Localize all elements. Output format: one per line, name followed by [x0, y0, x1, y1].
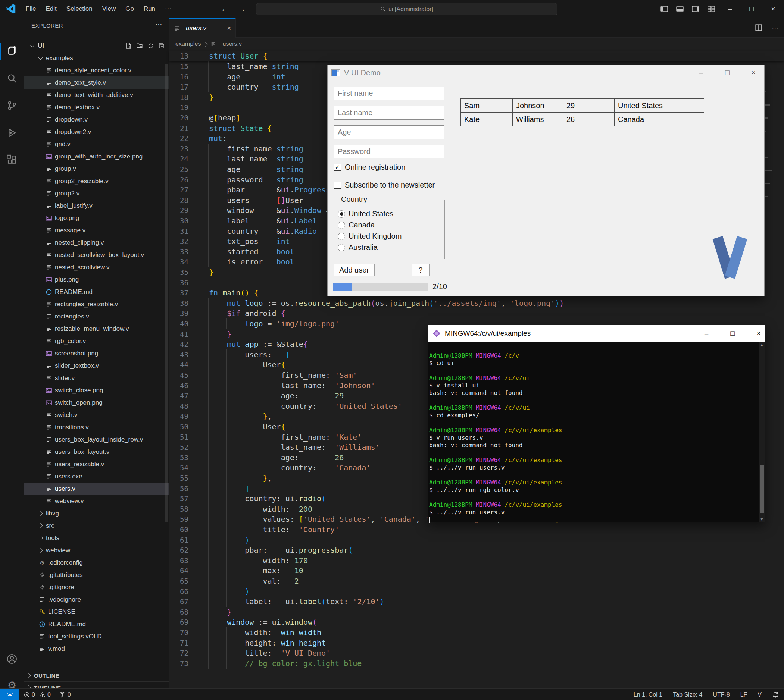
code-line-65[interactable]: 65 val: 2	[169, 576, 784, 586]
split-editor-icon[interactable]	[755, 24, 762, 31]
terminal-close-button[interactable]: ×	[748, 325, 769, 342]
radio-united-kingdom[interactable]: United Kingdom	[338, 232, 401, 240]
status-lf[interactable]: LF	[741, 692, 747, 698]
tree-item-resizable_menu_window.v[interactable]: resizable_menu_window.v	[24, 323, 169, 335]
tree-item-logo.png[interactable]: logo.png	[24, 212, 169, 224]
code-line-68[interactable]: 68 }	[169, 607, 784, 617]
demo-maximize-button[interactable]: □	[717, 65, 737, 80]
tree-folder-tools[interactable]: tools	[24, 532, 169, 544]
tree-item-users_box_layout.v[interactable]: users_box_layout.v	[24, 446, 169, 458]
code-line-71[interactable]: 71 height: win_height	[169, 638, 784, 648]
tree-item-users_resizable.v[interactable]: users_resizable.v	[24, 458, 169, 470]
tree-item-.gitattributes[interactable]: .gitattributes	[24, 569, 169, 581]
breadcrumb-folder[interactable]: examples	[176, 41, 201, 47]
add-user-button[interactable]: Add user	[334, 264, 374, 276]
radio-canada[interactable]: Canada	[338, 221, 374, 229]
editor-more-actions-icon[interactable]: ⋯	[772, 23, 779, 32]
menu-⋯[interactable]: ⋯	[160, 5, 176, 12]
radio-australia[interactable]: Australia	[338, 243, 378, 252]
terminal-output[interactable]: Admin@128BPM MINGW64 /c/v$ cd ui Admin@1…	[429, 342, 757, 533]
tree-item-webview.v[interactable]: webview.v	[24, 495, 169, 507]
scroll-up-icon[interactable]: ▲	[759, 342, 765, 348]
tree-item-.gitignore[interactable]: .gitignore	[24, 581, 169, 593]
ports-status[interactable]: 0	[59, 692, 71, 698]
code-line-70[interactable]: 70 width: win_width	[169, 627, 784, 638]
toggle-secondary-sidebar-icon[interactable]	[692, 6, 699, 12]
code-line-13[interactable]: 13struct User {	[169, 51, 784, 61]
refresh-icon[interactable]	[148, 43, 154, 49]
new-folder-icon[interactable]	[137, 43, 143, 49]
status-v[interactable]: V	[757, 692, 762, 698]
extensions-icon[interactable]	[0, 148, 24, 172]
code-line-39[interactable]: 39 $if android {	[169, 308, 784, 318]
code-line-64[interactable]: 64 max: 10	[169, 565, 784, 576]
checkbox-online-registration[interactable]: ✓Online registration	[334, 163, 405, 172]
tree-item-screenshot.png[interactable]: screenshot.png	[24, 347, 169, 360]
tree-item-group_with_auto_incr_size.png[interactable]: group_with_auto_incr_size.png	[24, 150, 169, 163]
tree-item-switch_close.png[interactable]: switch_close.png	[24, 384, 169, 397]
sidebar-scrollbar[interactable]	[165, 64, 168, 522]
menu-file[interactable]: File	[21, 5, 41, 12]
tree-item-users.exe[interactable]: users.exe	[24, 470, 169, 483]
section-timeline[interactable]: TIMELINE	[24, 682, 169, 688]
code-line-72[interactable]: 72 title: 'V UI Demo'	[169, 648, 784, 658]
last-name-input[interactable]: Last name	[334, 106, 445, 120]
age-input[interactable]: Age	[334, 125, 445, 139]
search-view-icon[interactable]	[0, 67, 24, 90]
problems-status[interactable]: 0 0	[24, 692, 51, 698]
demo-titlebar[interactable]: V UI Demo – □ ×	[328, 65, 764, 80]
customize-layout-icon[interactable]	[707, 6, 715, 12]
section-outline[interactable]: OUTLINE	[24, 669, 169, 682]
demo-close-button[interactable]: ×	[744, 65, 763, 80]
menu-view[interactable]: View	[97, 5, 121, 12]
tree-item-rgb_color.v[interactable]: rgb_color.v	[24, 335, 169, 347]
password-input[interactable]: Password	[334, 145, 445, 158]
demo-minimize-button[interactable]: –	[692, 65, 711, 80]
status-utf-8[interactable]: UTF-8	[713, 692, 729, 698]
window-minimize-button[interactable]: –	[719, 0, 741, 18]
code-line-38[interactable]: 38 mut logo := os.resource_abs_path(os.j…	[169, 298, 784, 308]
terminal-titlebar[interactable]: MINGW64:/c/v/ui/examples – □ ×	[428, 325, 765, 342]
code-line-66[interactable]: 66 )	[169, 586, 784, 597]
tree-item-users_box_layout_inside_row.v[interactable]: users_box_layout_inside_row.v	[24, 433, 169, 446]
tree-folder-libvg[interactable]: libvg	[24, 507, 169, 520]
menu-edit[interactable]: Edit	[41, 5, 61, 12]
breadcrumb[interactable]: examples users.v	[176, 37, 242, 51]
tree-item-plus.png[interactable]: plus.png	[24, 273, 169, 286]
code-line-62[interactable]: 62 pbar: ui.progressbar(	[169, 545, 784, 555]
tree-item-demo_text_style.v[interactable]: demo_text_style.v	[24, 77, 169, 89]
tree-folder-UI[interactable]: UI	[24, 40, 169, 52]
notifications-bell-icon[interactable]	[772, 692, 779, 698]
tree-item-tool_settings.vOLD[interactable]: tool_settings.vOLD	[24, 630, 169, 643]
tree-folder-src[interactable]: src	[24, 520, 169, 532]
tree-item-nested_scrollview_box_layout.v[interactable]: nested_scrollview_box_layout.v	[24, 249, 169, 261]
tree-item-demo_text_width_additive.v[interactable]: demo_text_width_additive.v	[24, 89, 169, 101]
tree-item-rectangles.v[interactable]: rectangles.v	[24, 310, 169, 323]
window-maximize-button[interactable]: □	[741, 0, 762, 18]
tree-item-README.md[interactable]: README.md	[24, 286, 169, 298]
terminal-scrollbar[interactable]: ▲ ▼	[759, 342, 765, 522]
tree-item-message.v[interactable]: message.v	[24, 224, 169, 237]
status-ln-1-col-1[interactable]: Ln 1, Col 1	[634, 692, 662, 698]
help-button[interactable]: ?	[411, 264, 430, 276]
tree-item-group2_resizable.v[interactable]: group2_resizable.v	[24, 175, 169, 187]
tree-item-switch.v[interactable]: switch.v	[24, 409, 169, 421]
tree-item-rectangles_resizable.v[interactable]: rectangles_resizable.v	[24, 298, 169, 310]
tree-item-grid.v[interactable]: grid.v	[24, 138, 169, 150]
tree-item-.vdocignore[interactable]: .vdocignore	[24, 593, 169, 606]
tree-item-nested_scrollview.v[interactable]: nested_scrollview.v	[24, 261, 169, 273]
tree-item-demo_style_accent_color.v[interactable]: demo_style_accent_color.v	[24, 64, 169, 77]
tree-item-README.md[interactable]: README.md	[24, 618, 169, 630]
code-line-61[interactable]: 61 )	[169, 535, 784, 545]
tree-item-.editorconfig[interactable]: ⚙.editorconfig	[24, 557, 169, 569]
run-debug-icon[interactable]	[0, 121, 24, 144]
code-line-67[interactable]: 67 label: ui.label(text: '2/10')	[169, 596, 784, 607]
scroll-down-icon[interactable]: ▼	[759, 516, 765, 522]
explorer-icon[interactable]	[0, 40, 24, 63]
code-line-69[interactable]: 69 window := ui.window(	[169, 617, 784, 627]
toggle-sidebar-icon[interactable]	[660, 6, 668, 12]
tree-item-nested_clipping.v[interactable]: nested_clipping.v	[24, 237, 169, 249]
tree-item-users.v[interactable]: users.v	[24, 483, 169, 495]
tree-item-group2.v[interactable]: group2.v	[24, 187, 169, 200]
explorer-more-actions[interactable]: ⋯	[155, 20, 162, 29]
